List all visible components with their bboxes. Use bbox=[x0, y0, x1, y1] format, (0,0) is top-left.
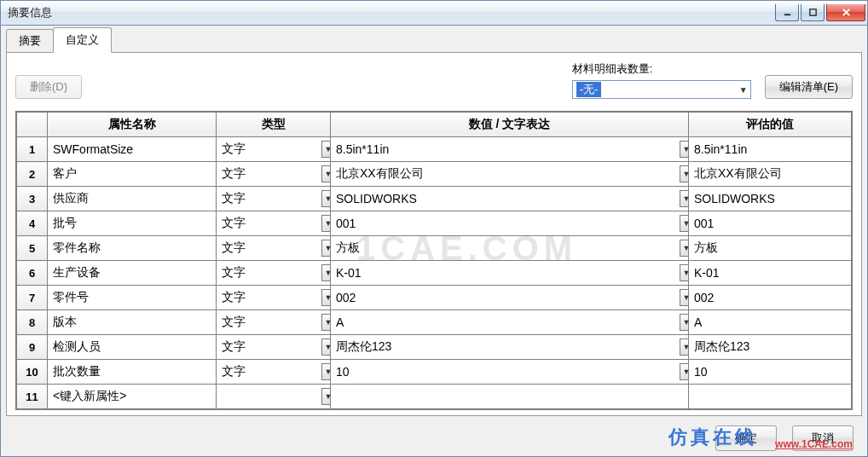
chevron-down-icon[interactable]: ▼ bbox=[321, 314, 331, 331]
cell-property-name[interactable]: 客户 bbox=[48, 162, 217, 187]
header-name: 属性名称 bbox=[48, 113, 217, 137]
cell-type[interactable]: 文字▼ bbox=[217, 162, 331, 187]
chevron-down-icon[interactable]: ▼ bbox=[321, 141, 331, 158]
cell-value[interactable]: K-01▼ bbox=[331, 261, 689, 286]
row-number[interactable]: 11 bbox=[17, 385, 48, 409]
chevron-down-icon[interactable]: ▼ bbox=[680, 289, 689, 306]
close-icon bbox=[842, 8, 851, 17]
chevron-down-icon[interactable]: ▼ bbox=[680, 264, 689, 281]
chevron-down-icon[interactable]: ▼ bbox=[680, 314, 689, 331]
cell-type[interactable]: ▼ bbox=[217, 385, 331, 409]
cell-property-name[interactable]: <键入新属性> bbox=[48, 385, 217, 409]
table-row: 2客户文字▼北京XX有限公司▼北京XX有限公司 bbox=[17, 162, 852, 187]
cell-value[interactable]: A▼ bbox=[331, 310, 689, 335]
cell-type[interactable]: 文字▼ bbox=[217, 211, 331, 236]
close-button[interactable] bbox=[826, 4, 865, 21]
value-text: 方板 bbox=[331, 240, 680, 256]
cell-property-name[interactable]: 零件号 bbox=[48, 286, 217, 310]
cell-type[interactable]: 文字▼ bbox=[217, 236, 331, 261]
row-number[interactable]: 10 bbox=[17, 360, 48, 385]
edit-list-button[interactable]: 编辑清单(E) bbox=[765, 75, 853, 99]
cell-evaluated: 10 bbox=[689, 360, 852, 385]
cancel-button[interactable]: 取消 bbox=[792, 425, 854, 451]
cell-value[interactable]: 001▼ bbox=[331, 211, 689, 236]
cell-type[interactable]: 文字▼ bbox=[217, 137, 331, 162]
cell-value[interactable]: 002▼ bbox=[331, 286, 689, 310]
row-number[interactable]: 6 bbox=[17, 261, 48, 286]
cell-property-name[interactable]: 检测人员 bbox=[48, 335, 217, 360]
header-row: 属性名称 类型 数值 / 文字表达 评估的值 bbox=[17, 113, 852, 137]
chevron-down-icon[interactable]: ▼ bbox=[321, 289, 331, 306]
chevron-down-icon[interactable]: ▼ bbox=[680, 141, 689, 158]
row-number[interactable]: 8 bbox=[17, 310, 48, 335]
cell-type[interactable]: 文字▼ bbox=[217, 360, 331, 385]
tab-custom[interactable]: 自定义 bbox=[53, 27, 112, 53]
cell-evaluated: 8.5in*11in bbox=[689, 137, 852, 162]
cell-type[interactable]: 文字▼ bbox=[217, 335, 331, 360]
cell-value[interactable]: SOLIDWORKS▼ bbox=[331, 187, 689, 211]
chevron-down-icon[interactable]: ▼ bbox=[680, 240, 689, 257]
title-bar: 摘要信息 bbox=[0, 0, 868, 26]
dialog-body: 摘要 自定义 删除(D) 材料明细表数量: -无- ▼ 编辑清单(E) bbox=[0, 26, 868, 457]
bom-value: -无- bbox=[576, 82, 602, 97]
cell-evaluated: A bbox=[689, 310, 852, 335]
table-row: 4批号文字▼001▼001 bbox=[17, 211, 852, 236]
table-row: 6生产设备文字▼K-01▼K-01 bbox=[17, 261, 852, 286]
row-number[interactable]: 1 bbox=[17, 137, 48, 162]
bom-combo[interactable]: -无- ▼ bbox=[572, 80, 751, 99]
chevron-down-icon[interactable]: ▼ bbox=[321, 190, 331, 207]
chevron-down-icon[interactable]: ▼ bbox=[680, 338, 689, 356]
cell-property-name[interactable]: SWFormatSize bbox=[48, 137, 217, 162]
row-number[interactable]: 4 bbox=[17, 211, 48, 236]
cell-property-name[interactable]: 批次数量 bbox=[48, 360, 217, 385]
cell-evaluated: 方板 bbox=[689, 236, 852, 261]
value-text: A bbox=[331, 315, 680, 329]
cell-property-name[interactable]: 零件名称 bbox=[48, 236, 217, 261]
table-row: 9检测人员文字▼周杰伦123▼周杰伦123 bbox=[17, 335, 852, 360]
chevron-down-icon[interactable]: ▼ bbox=[321, 338, 331, 356]
cell-value[interactable] bbox=[331, 385, 689, 409]
cell-evaluated bbox=[689, 385, 852, 409]
chevron-down-icon[interactable]: ▼ bbox=[680, 165, 689, 182]
chevron-down-icon[interactable]: ▼ bbox=[680, 363, 689, 380]
table-row: 7零件号文字▼002▼002 bbox=[17, 286, 852, 310]
ok-button[interactable]: 确定 bbox=[715, 425, 777, 451]
chevron-down-icon[interactable]: ▼ bbox=[680, 215, 689, 232]
row-number[interactable]: 5 bbox=[17, 236, 48, 261]
cell-type[interactable]: 文字▼ bbox=[217, 187, 331, 211]
cell-type[interactable]: 文字▼ bbox=[217, 286, 331, 310]
delete-button[interactable]: 删除(D) bbox=[15, 75, 82, 99]
cell-type[interactable]: 文字▼ bbox=[217, 310, 331, 335]
table-row: 1SWFormatSize文字▼8.5in*11in▼8.5in*11in bbox=[17, 137, 852, 162]
row-number[interactable]: 3 bbox=[17, 187, 48, 211]
cell-property-name[interactable]: 版本 bbox=[48, 310, 217, 335]
svg-rect-1 bbox=[809, 9, 815, 15]
row-number[interactable]: 2 bbox=[17, 162, 48, 187]
tab-summary[interactable]: 摘要 bbox=[6, 29, 54, 53]
cell-property-name[interactable]: 批号 bbox=[48, 211, 217, 236]
chevron-down-icon[interactable]: ▼ bbox=[321, 264, 331, 281]
chevron-down-icon[interactable]: ▼ bbox=[321, 165, 331, 182]
row-number[interactable]: 7 bbox=[17, 286, 48, 310]
chevron-down-icon[interactable]: ▼ bbox=[321, 363, 331, 380]
cell-property-name[interactable]: 供应商 bbox=[48, 187, 217, 211]
minimize-button[interactable] bbox=[775, 4, 799, 21]
row-number[interactable]: 9 bbox=[17, 335, 48, 360]
table-row: 3供应商文字▼SOLIDWORKS▼SOLIDWORKS bbox=[17, 187, 852, 211]
chevron-down-icon[interactable]: ▼ bbox=[680, 190, 689, 207]
cell-type[interactable]: 文字▼ bbox=[217, 261, 331, 286]
cell-value[interactable]: 10▼ bbox=[331, 360, 689, 385]
maximize-button[interactable] bbox=[801, 4, 825, 21]
cell-evaluated: SOLIDWORKS bbox=[689, 187, 852, 211]
chevron-down-icon[interactable]: ▼ bbox=[321, 388, 331, 405]
cell-property-name[interactable]: 生产设备 bbox=[48, 261, 217, 286]
cell-value[interactable]: 8.5in*11in▼ bbox=[331, 137, 689, 162]
chevron-down-icon[interactable]: ▼ bbox=[321, 240, 331, 257]
chevron-down-icon[interactable]: ▼ bbox=[321, 215, 331, 232]
type-text: 文字 bbox=[217, 142, 321, 157]
cell-value[interactable]: 周杰伦123▼ bbox=[331, 335, 689, 360]
value-text: SOLIDWORKS bbox=[331, 192, 680, 205]
cell-value[interactable]: 方板▼ bbox=[331, 236, 689, 261]
cell-value[interactable]: 北京XX有限公司▼ bbox=[331, 162, 689, 187]
table-row: 8版本文字▼A▼A bbox=[17, 310, 852, 335]
